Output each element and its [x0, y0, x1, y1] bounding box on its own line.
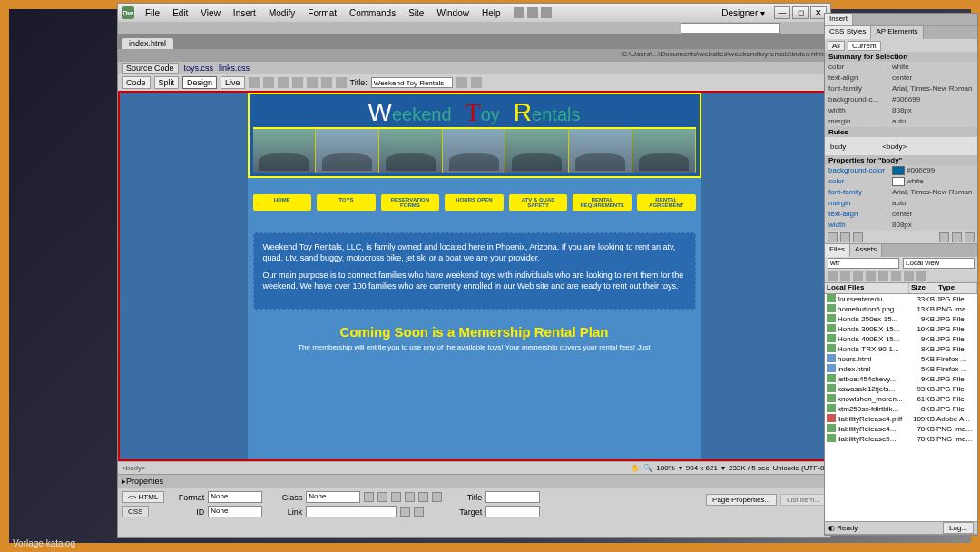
rules-row[interactable]: body <body>	[825, 137, 977, 155]
expand-icon[interactable]	[916, 271, 926, 281]
related-file-link[interactable]: toys.css	[184, 64, 214, 73]
file-row[interactable]: fourseateredu...33KBJPG File	[825, 294, 977, 304]
doc-tab-index[interactable]: index.html	[122, 38, 173, 49]
file-row[interactable]: liabilityRelease4.pdf109KBAdobe A...	[825, 414, 977, 424]
file-row[interactable]: ktm250sx-fdirtbik...8KBJPG File	[825, 404, 977, 414]
checkout-icon[interactable]	[878, 271, 888, 281]
log-button[interactable]: Log...	[943, 522, 974, 534]
file-row[interactable]: Honda-400EX-15...9KBJPG File	[825, 334, 977, 344]
workspace-dropdown[interactable]: Designer ▾	[718, 7, 769, 19]
view-split-button[interactable]: Split	[154, 76, 180, 89]
file-row[interactable]: hours.html5KBFirefox ...	[825, 354, 977, 364]
files-list[interactable]: fourseateredu...33KBJPG Filehomebutton5.…	[825, 294, 977, 521]
related-file-link[interactable]: links.css	[219, 64, 250, 73]
file-row[interactable]: Honda-250ex-15...9KBJPG File	[825, 314, 977, 324]
tool-icon[interactable]	[307, 77, 318, 88]
link-css-icon[interactable]	[952, 232, 962, 242]
css-tool-icon[interactable]	[828, 232, 838, 242]
menu-insert[interactable]: Insert	[228, 7, 261, 19]
list-ol-icon[interactable]	[405, 492, 415, 502]
maximize-button[interactable]: ◻	[792, 6, 808, 19]
tool-icon[interactable]	[278, 77, 289, 88]
assets-tab[interactable]: Assets	[850, 244, 882, 257]
file-row[interactable]: jetboat454chevy...9KBJPG File	[825, 374, 977, 384]
file-row[interactable]: knowishon_moren...61KBJPG File	[825, 394, 977, 404]
nav-home[interactable]: HOME	[253, 194, 312, 211]
outdent-icon[interactable]	[418, 492, 428, 502]
file-row[interactable]: index.html5KBFirefox ...	[825, 364, 977, 374]
menu-modify[interactable]: Modify	[263, 7, 300, 19]
link-input[interactable]	[306, 506, 397, 518]
trash-icon[interactable]	[965, 232, 975, 242]
file-row[interactable]: homebutton5.png13KBPNG ima...	[825, 304, 977, 314]
point-to-file-icon[interactable]	[400, 507, 410, 517]
col-type[interactable]: Type	[936, 283, 977, 293]
menu-view[interactable]: View	[195, 7, 226, 19]
id-select[interactable]: None	[208, 506, 262, 518]
tool-icon[interactable]	[456, 77, 467, 88]
tag-path[interactable]: <body>	[122, 464, 146, 472]
layout-icon[interactable]	[527, 7, 538, 18]
tool-icon[interactable]	[292, 77, 303, 88]
menu-edit[interactable]: Edit	[167, 7, 193, 19]
css-all-button[interactable]: All	[828, 41, 845, 51]
nav-safety[interactable]: ATV & QUAD SAFETY	[509, 194, 568, 211]
list-ul-icon[interactable]	[391, 492, 401, 502]
zoom-tool-icon[interactable]: 🔍	[643, 464, 652, 472]
tool-icon[interactable]	[336, 77, 347, 88]
css-mode-button[interactable]: CSS	[122, 506, 149, 518]
title-attr-input[interactable]	[485, 491, 540, 503]
menu-format[interactable]: Format	[302, 7, 342, 19]
target-select[interactable]	[485, 506, 540, 518]
tool-icon[interactable]	[321, 77, 332, 88]
browse-folder-icon[interactable]	[414, 507, 424, 517]
layout-icon[interactable]	[541, 7, 552, 18]
layout-icon[interactable]	[514, 7, 524, 18]
ap-elements-tab[interactable]: AP Elements	[871, 26, 923, 39]
nav-toys[interactable]: TOYS	[317, 194, 376, 211]
col-name[interactable]: Local Files	[825, 283, 909, 293]
insert-panel-tab[interactable]: Insert	[825, 14, 853, 25]
tool-icon[interactable]	[263, 77, 274, 88]
file-row[interactable]: kawasaki12fjets...93KBJPG File	[825, 384, 977, 394]
css-tool-icon[interactable]	[853, 232, 863, 242]
tool-icon[interactable]	[249, 77, 260, 88]
tool-icon[interactable]	[471, 77, 482, 88]
view-live-button[interactable]: Live	[220, 76, 245, 89]
italic-icon[interactable]	[377, 492, 387, 502]
page-properties-button[interactable]: Page Properties...	[706, 494, 777, 506]
hand-tool-icon[interactable]: ✋	[631, 464, 640, 472]
checkin-icon[interactable]	[891, 271, 901, 281]
class-select[interactable]: None	[306, 491, 360, 503]
col-size[interactable]: Size	[909, 283, 936, 293]
view-code-button[interactable]: Code	[122, 76, 151, 89]
bold-icon[interactable]	[364, 492, 374, 502]
menu-help[interactable]: Help	[476, 7, 506, 19]
design-view[interactable]: Weekend Toy Rentals	[118, 91, 830, 461]
css-styles-tab[interactable]: CSS Styles	[825, 26, 871, 39]
view-design-button[interactable]: Design	[182, 76, 217, 89]
view-select[interactable]: Local view	[903, 258, 975, 269]
file-row[interactable]: liabilityRelease5...78KBPNG ima...	[825, 434, 977, 444]
add-rule-icon[interactable]	[939, 232, 949, 242]
menu-commands[interactable]: Commands	[344, 7, 401, 19]
refresh-icon[interactable]	[840, 271, 850, 281]
file-row[interactable]: Honda-300EX-15...10KBJPG File	[825, 324, 977, 334]
properties-title[interactable]: Properties	[118, 475, 830, 488]
html-mode-button[interactable]: <> HTML	[122, 491, 164, 503]
sync-icon[interactable]	[904, 271, 914, 281]
zoom-value[interactable]: 100%	[656, 464, 674, 472]
nav-reservation[interactable]: RESERVATION FORMS	[381, 194, 440, 211]
menu-window[interactable]: Window	[431, 7, 475, 19]
format-select[interactable]: None	[208, 491, 262, 503]
files-tab[interactable]: Files	[825, 244, 850, 257]
put-icon[interactable]	[866, 271, 876, 281]
source-code-button[interactable]: Source Code	[122, 63, 179, 74]
nav-agreement[interactable]: RENTAL AGREEMENT	[637, 194, 696, 211]
menu-site[interactable]: Site	[403, 7, 429, 19]
get-icon[interactable]	[853, 271, 863, 281]
nav-hours[interactable]: HOURS OPEN	[445, 194, 504, 211]
page-title-input[interactable]	[371, 77, 453, 88]
nav-requirements[interactable]: RENTAL REQUIREMENTS	[573, 194, 632, 211]
connect-icon[interactable]	[828, 271, 838, 281]
